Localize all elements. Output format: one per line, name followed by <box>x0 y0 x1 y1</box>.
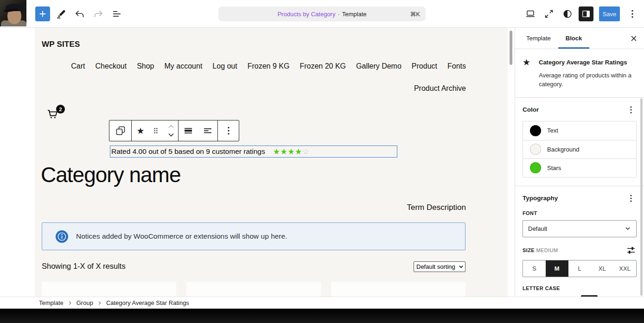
document-title: Products by Category <box>277 11 335 18</box>
list-view-button[interactable] <box>111 8 122 19</box>
block-options-button[interactable] <box>217 120 239 141</box>
sorting-select[interactable]: Default sorting <box>414 261 465 272</box>
product-placeholder[interactable] <box>42 282 176 297</box>
color-row-background[interactable]: Background <box>523 140 636 158</box>
block-title: Category Average Star Ratings <box>539 58 627 67</box>
block-mover-group: ★ <box>131 120 178 141</box>
select-parent-icon <box>115 125 126 136</box>
block-toolbar: ★ <box>109 120 239 141</box>
nav-item-cart[interactable]: Cart <box>71 60 85 72</box>
editor-top-bar: Products by Category · Template ⌘K <box>0 0 644 28</box>
drag-handle[interactable] <box>149 120 162 141</box>
nav-item-frozen-20kg[interactable]: Frozen 20 KG <box>300 60 346 72</box>
close-sidebar-button[interactable] <box>628 33 639 44</box>
color-section: Color Text Background Stars <box>515 98 644 186</box>
category-name-heading[interactable]: Category name <box>41 162 181 187</box>
document-type: Template <box>342 11 367 18</box>
woocommerce-notice[interactable]: Notices added by WooCommerce or extensio… <box>42 222 465 250</box>
nav-item-frozen-9kg[interactable]: Frozen 9 KG <box>248 60 290 72</box>
nav-item-product[interactable]: Product <box>412 60 437 72</box>
text-align-button[interactable] <box>198 120 217 141</box>
mini-cart[interactable]: 2 <box>46 108 65 123</box>
block-description: Average rating of products within a cate… <box>539 71 637 89</box>
kebab-icon <box>625 193 637 204</box>
breadcrumb-current-block[interactable]: Category Average Star Ratings <box>106 299 189 306</box>
text-align-left-icon <box>202 125 213 136</box>
font-select[interactable]: Default <box>523 220 637 237</box>
breadcrumb-chevron-icon <box>97 301 102 305</box>
tab-block[interactable]: Block <box>558 28 589 49</box>
term-description-block[interactable]: Term Description <box>407 203 466 212</box>
filled-star-icon: ★ <box>281 147 288 156</box>
options-menu-button[interactable] <box>627 8 638 19</box>
color-row-label: Stars <box>547 165 561 171</box>
size-option-l[interactable]: L <box>568 260 591 277</box>
nav-item-log-out[interactable]: Log out <box>212 60 237 72</box>
undo-button[interactable] <box>74 8 85 19</box>
style-book-button[interactable] <box>562 8 573 19</box>
nav-item-shop[interactable]: Shop <box>137 60 154 72</box>
font-size-segmented-control: S M L XL XXL <box>523 260 637 277</box>
save-button[interactable]: Save <box>599 6 620 21</box>
settings-sidebar-toggle[interactable] <box>579 6 593 21</box>
category-average-star-ratings-block[interactable]: Rated 4.00 out of 5 based on 9 customer … <box>110 146 397 158</box>
select-parent-block-button[interactable] <box>109 120 131 141</box>
block-inserter-button[interactable] <box>35 6 50 21</box>
webcam-avatar <box>0 0 26 26</box>
canvas-scrollbar[interactable] <box>510 31 512 65</box>
align-icon <box>183 125 194 136</box>
close-icon <box>628 33 639 44</box>
color-options-button[interactable] <box>625 104 637 115</box>
redo-icon <box>93 8 104 19</box>
view-device-button[interactable] <box>525 8 536 19</box>
kebab-icon <box>223 125 234 136</box>
nav-item-gallery-demo[interactable]: Gallery Demo <box>356 60 402 72</box>
size-option-m[interactable]: M <box>546 260 568 277</box>
product-placeholder[interactable] <box>331 282 465 297</box>
block-info-card: ★ Category Average Star Ratings Average … <box>515 49 644 98</box>
nav-item-checkout[interactable]: Checkout <box>96 60 127 72</box>
sorting-select-value: Default sorting <box>416 263 455 270</box>
title-separator: · <box>338 11 339 18</box>
notice-text: Notices added by WooCommerce or extensio… <box>76 232 287 241</box>
block-type-button[interactable]: ★ <box>132 120 149 141</box>
text-color-swatch <box>530 125 541 136</box>
color-row-text[interactable]: Text <box>523 121 636 140</box>
breadcrumb-template[interactable]: Template <box>39 299 64 306</box>
size-option-xxl[interactable]: XXL <box>613 260 636 277</box>
breadcrumb-group[interactable]: Group <box>77 299 93 306</box>
move-down-button[interactable] <box>162 131 180 139</box>
edit-mode-button[interactable] <box>56 8 67 19</box>
sidebar-panel-icon <box>581 9 591 19</box>
nav-item-my-account[interactable]: My account <box>165 60 203 72</box>
size-option-xl[interactable]: XL <box>591 260 613 277</box>
color-section-title: Color <box>523 106 539 113</box>
nav-item-product-archive[interactable]: Product Archive <box>414 82 466 95</box>
command-center[interactable]: Products by Category · Template ⌘K <box>218 6 426 21</box>
list-view-icon <box>111 8 122 19</box>
typography-options-button[interactable] <box>625 193 637 204</box>
size-option-s[interactable]: S <box>523 260 546 277</box>
chevron-up-icon <box>167 124 175 129</box>
undo-icon <box>74 8 85 19</box>
site-title[interactable]: WP SITES <box>42 40 80 49</box>
editor-canvas-area: WP SITES Cart Checkout Shop My account L… <box>0 28 515 297</box>
zoom-out-button[interactable] <box>543 8 555 19</box>
align-button[interactable] <box>179 120 198 141</box>
stars-color-swatch <box>530 162 541 173</box>
redo-button[interactable] <box>93 8 104 19</box>
font-select-value: Default <box>528 225 547 232</box>
filled-star-icon: ★ <box>287 147 295 156</box>
size-value-label: MEDIUM <box>536 247 558 253</box>
nav-item-fonts[interactable]: Fonts <box>447 60 466 72</box>
chevron-down-icon <box>167 132 175 138</box>
size-settings-button[interactable] <box>625 245 637 256</box>
font-label: FONT <box>523 210 637 216</box>
sliders-icon <box>625 245 637 256</box>
color-row-stars[interactable]: Stars <box>523 158 636 177</box>
move-up-button[interactable] <box>162 122 180 131</box>
select-caret-icon <box>459 264 464 269</box>
tab-template[interactable]: Template <box>519 28 558 49</box>
sidebar-scrollbar[interactable] <box>640 98 643 296</box>
product-placeholder[interactable] <box>186 282 321 297</box>
